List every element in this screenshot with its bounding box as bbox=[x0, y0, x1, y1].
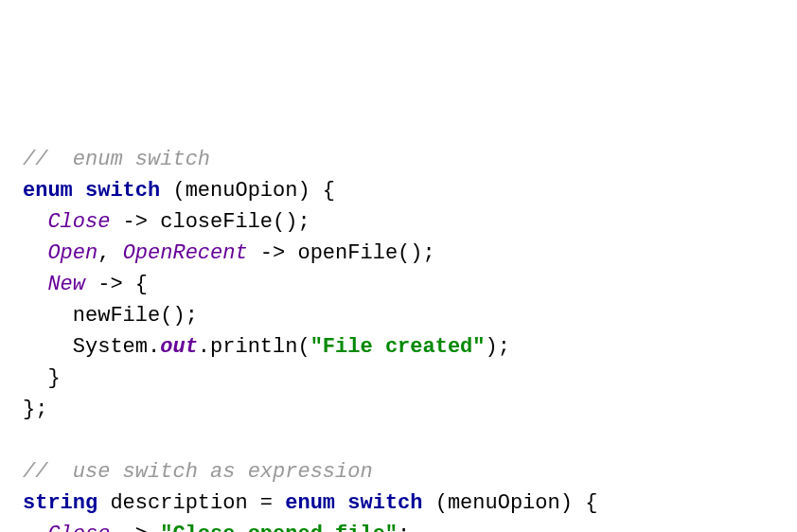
keyword-string: string bbox=[23, 491, 97, 515]
comment-line: // use switch as expression bbox=[23, 460, 373, 484]
code-text: -> bbox=[110, 523, 160, 532]
code-text: }; bbox=[23, 398, 47, 421]
code-text: ); bbox=[486, 335, 510, 359]
code-text: ; bbox=[398, 523, 410, 532]
code-text: System. bbox=[23, 335, 160, 359]
string-literal: "Close opened file" bbox=[160, 523, 398, 532]
code-snippet: // enum switch enum switch (menuOpion) {… bbox=[23, 144, 774, 532]
code-text: (menuOpion) { bbox=[160, 179, 335, 203]
code-text: } bbox=[23, 366, 61, 390]
code-text: newFile(); bbox=[23, 304, 198, 328]
code-text: description = bbox=[97, 491, 285, 515]
enum-value-open: Open bbox=[47, 241, 97, 265]
keyword-switch: switch bbox=[347, 491, 422, 515]
keyword-enum: enum bbox=[285, 491, 335, 515]
enum-value-close: Close bbox=[47, 523, 110, 532]
keyword-enum: enum bbox=[23, 179, 73, 203]
field-out: out bbox=[160, 335, 198, 359]
keyword-switch: switch bbox=[85, 179, 160, 203]
code-text: .println( bbox=[198, 335, 310, 359]
code-text: (menuOpion) { bbox=[423, 491, 598, 515]
code-text: -> { bbox=[85, 273, 148, 296]
string-literal: "File created" bbox=[310, 335, 486, 359]
code-text: -> closeFile(); bbox=[110, 210, 310, 234]
enum-value-new: New bbox=[47, 273, 85, 296]
enum-value-close: Close bbox=[47, 210, 110, 234]
comment-line: // enum switch bbox=[23, 148, 210, 171]
enum-value-openrecent: OpenRecent bbox=[123, 241, 248, 265]
code-text: -> openFile(); bbox=[248, 241, 435, 265]
code-text: , bbox=[97, 241, 122, 265]
